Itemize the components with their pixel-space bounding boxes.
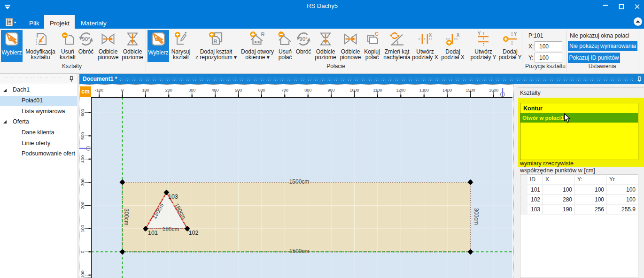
svg-text:1500cm: 1500cm: [289, 248, 310, 255]
svg-text:101: 101: [148, 230, 158, 236]
svg-text:ID: ID: [530, 176, 535, 183]
svg-text:R: R: [261, 31, 265, 37]
svg-text:R: R: [213, 39, 217, 44]
svg-text:100: 100: [563, 186, 572, 193]
svg-text:800: 800: [304, 88, 311, 93]
svg-text:1600: 1600: [489, 88, 498, 93]
svg-text:X: X: [545, 176, 549, 183]
svg-text:100: 100: [626, 196, 636, 203]
svg-text:300: 300: [80, 178, 85, 186]
svg-text:400: 400: [212, 88, 219, 93]
svg-text:700: 700: [281, 88, 288, 93]
svg-text:1000: 1000: [349, 88, 359, 93]
svg-text:100: 100: [142, 88, 149, 93]
svg-text:Y:: Y:: [577, 176, 582, 183]
svg-text:500: 500: [235, 88, 242, 93]
svg-text:101: 101: [531, 186, 540, 193]
svg-text:Yr: Yr: [609, 176, 615, 183]
svg-text:180cm: 180cm: [162, 226, 179, 232]
svg-text:0: 0: [80, 251, 85, 253]
svg-text:100: 100: [80, 225, 85, 232]
svg-text:200: 200: [80, 202, 85, 209]
svg-text:1200: 1200: [396, 88, 405, 93]
svg-text:280: 280: [563, 196, 572, 203]
svg-text:90°: 90°: [299, 36, 307, 42]
svg-text:255.9: 255.9: [621, 206, 636, 213]
svg-text:103: 103: [168, 193, 178, 200]
svg-text:1500: 1500: [466, 88, 475, 93]
svg-text:256: 256: [595, 206, 604, 213]
svg-text:-100: -100: [80, 270, 85, 278]
svg-text:-100: -100: [95, 88, 103, 93]
svg-text:1100: 1100: [373, 88, 382, 93]
svg-text:200: 200: [165, 88, 172, 93]
svg-text:300: 300: [188, 88, 195, 93]
svg-text:500: 500: [80, 132, 85, 139]
svg-text:100: 100: [595, 196, 604, 203]
svg-text:300cm: 300cm: [123, 208, 130, 225]
svg-text:C: C: [375, 31, 379, 37]
svg-text:X: X: [429, 32, 432, 38]
svg-text:102: 102: [531, 196, 540, 203]
svg-text:100: 100: [595, 186, 604, 193]
svg-text:190: 190: [563, 206, 572, 213]
svg-text:103: 103: [531, 206, 540, 213]
svg-text:400: 400: [80, 155, 85, 163]
svg-text:300cm: 300cm: [473, 208, 480, 225]
svg-text:X: X: [457, 32, 460, 38]
svg-text:600: 600: [80, 109, 85, 116]
svg-text:600: 600: [258, 88, 265, 93]
svg-text:1400: 1400: [442, 88, 452, 93]
svg-text:Y: Y: [514, 31, 517, 37]
svg-text:0: 0: [121, 88, 124, 93]
svg-text:1500cm: 1500cm: [289, 178, 310, 185]
svg-text:Y: Y: [478, 31, 481, 36]
svg-text:100: 100: [626, 186, 636, 193]
svg-text:1300: 1300: [419, 88, 429, 93]
svg-text:900: 900: [328, 88, 335, 93]
svg-text:102: 102: [189, 230, 199, 236]
